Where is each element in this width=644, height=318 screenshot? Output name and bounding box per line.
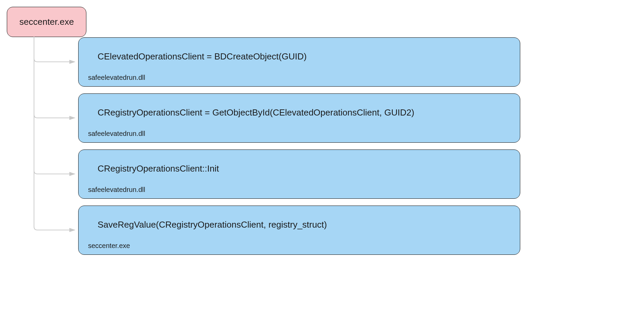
child-sub-3: seccenter.exe: [88, 242, 510, 250]
child-title-3: SaveRegValue(CRegistryOperationsClient, …: [98, 219, 510, 230]
root-label: seccenter.exe: [19, 17, 74, 27]
child-sub-0: safeelevatedrun.dll: [88, 74, 510, 82]
child-sub-2: safeelevatedrun.dll: [88, 186, 510, 194]
child-node-2: CRegistryOperationsClient::Init safeelev…: [78, 149, 520, 199]
child-node-3: SaveRegValue(CRegistryOperationsClient, …: [78, 206, 520, 255]
child-title-0: CElevatedOperationsClient = BDCreateObje…: [98, 51, 510, 62]
child-title-2: CRegistryOperationsClient::Init: [98, 163, 510, 174]
child-sub-1: safeelevatedrun.dll: [88, 130, 510, 138]
child-node-0: CElevatedOperationsClient = BDCreateObje…: [78, 37, 520, 87]
child-node-1: CRegistryOperationsClient = GetObjectByI…: [78, 93, 520, 143]
root-node: seccenter.exe: [7, 7, 86, 37]
child-title-1: CRegistryOperationsClient = GetObjectByI…: [98, 107, 510, 118]
